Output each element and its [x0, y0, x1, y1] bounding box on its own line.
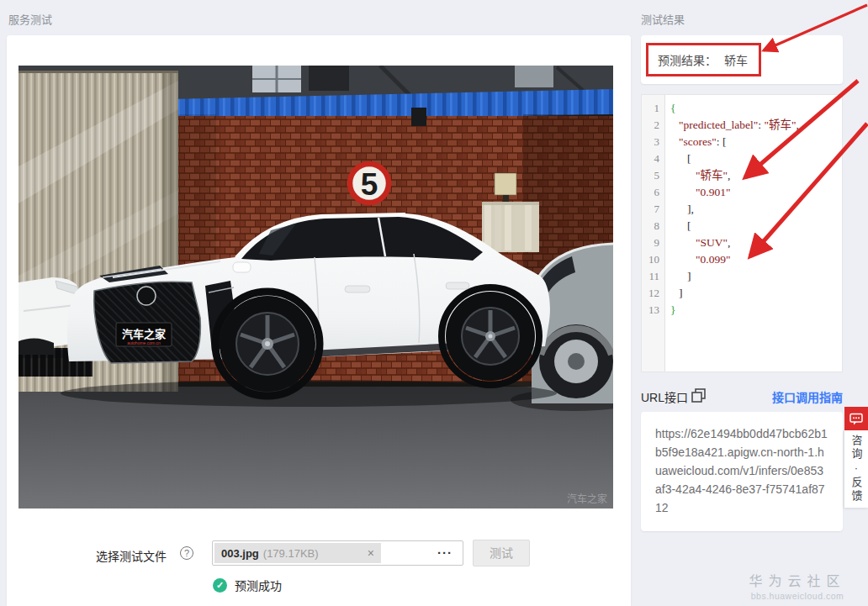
code-line-number: 10	[642, 251, 664, 268]
code-line: {	[665, 100, 842, 117]
code-line: ]	[665, 268, 842, 285]
speed-limit-sign: 5	[350, 164, 389, 203]
code-line: ]	[665, 285, 842, 302]
feedback-button[interactable]	[844, 407, 868, 430]
chat-bubble-icon	[849, 411, 864, 426]
license-plate: 汽车之家 autohome.com.cn	[116, 323, 172, 346]
code-line: "SUV",	[665, 234, 842, 251]
code-line: "predicted_label": "轿车",	[665, 117, 842, 134]
code-line: [	[665, 150, 842, 167]
speed-sign-number: 5	[361, 167, 378, 202]
code-line-number: 6	[642, 184, 664, 201]
test-button[interactable]: 测试	[473, 540, 530, 566]
success-check-icon: ✓	[213, 578, 227, 593]
code-block-lines: {"predicted_label": "轿车","scores": [["轿车…	[665, 95, 842, 372]
code-line-number: 5	[642, 167, 664, 184]
result-label: 预测结果：	[658, 51, 717, 68]
api-url-card: https://62e1494bb0dd47bcb62b1b5f9e18a421…	[641, 412, 843, 531]
site-watermark-subtitle: bbs.huaweicloud.com	[732, 591, 863, 601]
feedback-tab-label: 咨询·反馈	[849, 435, 865, 503]
service-test-panel: 5	[7, 35, 631, 606]
site-watermark: 华为云社区 bbs.huaweicloud.com	[732, 570, 863, 601]
feedback-tab[interactable]: 咨询·反馈	[844, 430, 868, 508]
right-section-title: 测试结果	[641, 11, 685, 27]
result-annotation-box: 预测结果： 轿车	[646, 43, 761, 76]
status-text: 预测成功	[235, 577, 282, 593]
remove-file-icon[interactable]: ×	[368, 547, 374, 559]
prediction-status: ✓ 预测成功	[213, 577, 282, 593]
code-line-number: 7	[642, 201, 664, 218]
api-url: https://62e1494bb0dd47bcb62b1b5f9e18a421…	[655, 427, 828, 514]
code-line-number: 3	[642, 134, 664, 150]
test-image: 5	[19, 66, 613, 509]
result-card: 预测结果： 轿车	[641, 35, 843, 84]
plate-subtext: autohome.com.cn	[127, 340, 161, 345]
file-name: 003.jpg	[221, 547, 259, 560]
photo-watermark: 汽车之家	[567, 493, 607, 505]
code-line: ],	[665, 201, 842, 218]
help-icon[interactable]: ?	[180, 546, 193, 560]
code-line-number: 4	[642, 150, 664, 167]
left-section-title: 服务测试	[8, 11, 52, 27]
browse-more-button[interactable]: ···	[437, 543, 453, 563]
code-line-number: 1	[642, 100, 664, 117]
json-response-viewer: 12345678910111213 {"predicted_label": "轿…	[641, 94, 843, 372]
code-line-number: 9	[642, 234, 664, 251]
file-size: (179.17KB)	[263, 547, 319, 560]
code-line: [	[665, 218, 842, 234]
code-line-number: 12	[642, 285, 664, 302]
file-input[interactable]: 003.jpg (179.17KB) × ···	[212, 540, 463, 566]
api-guide-link[interactable]: 接口调用指南	[733, 388, 843, 405]
code-line: "0.099"	[665, 251, 842, 268]
copy-icon[interactable]	[691, 388, 706, 403]
code-line: "scores": [	[665, 134, 842, 150]
code-line-number: 11	[642, 268, 664, 285]
code-line-number: 13	[642, 302, 664, 319]
code-line-number: 8	[642, 218, 664, 234]
result-value: 轿车	[724, 51, 748, 68]
code-line: "0.901"	[665, 184, 842, 201]
url-api-label: URL接口	[641, 388, 688, 405]
code-line: }	[665, 302, 842, 319]
code-block-gutter: 12345678910111213	[642, 95, 665, 372]
file-chip: 003.jpg (179.17KB) ×	[214, 543, 381, 563]
plate-text: 汽车之家	[122, 328, 167, 340]
file-select-label: 选择测试文件	[96, 547, 173, 564]
code-line: "轿车",	[665, 167, 842, 184]
site-watermark-title: 华为云社区	[732, 570, 863, 590]
code-line-number: 2	[642, 117, 664, 134]
